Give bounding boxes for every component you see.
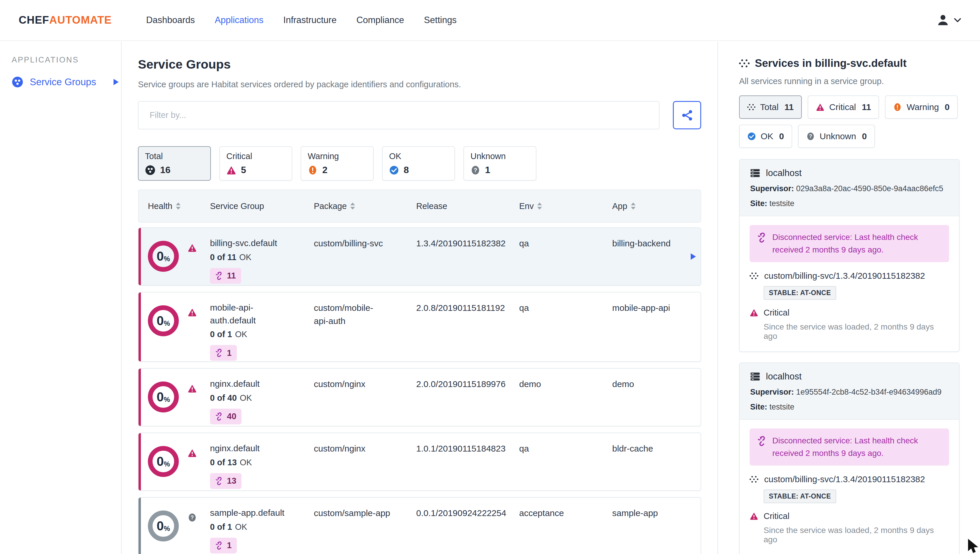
service-group-name: mobile-api-auth.default xyxy=(210,301,280,327)
chef-automate-logo[interactable]: CHEFAUTOMATE xyxy=(19,14,112,26)
panel-title: Services in billing-svc.default xyxy=(739,57,959,69)
env-cell: qa xyxy=(519,228,612,285)
nav-compliance[interactable]: Compliance xyxy=(356,15,404,26)
column-header-health[interactable]: Health xyxy=(138,201,210,211)
ok-count: 0 of 13OK xyxy=(210,458,314,467)
health-donut: 0% xyxy=(148,446,179,477)
user-icon xyxy=(936,13,950,27)
mouse-cursor xyxy=(967,539,980,554)
table-row[interactable]: 0% nginx.default 0 of 40OK 40 custom/ngi… xyxy=(138,368,701,426)
unknown-icon xyxy=(806,132,815,140)
ok-count: 0 of 1OK xyxy=(210,522,314,532)
total-icon xyxy=(747,104,756,111)
caret-right-icon[interactable] xyxy=(690,252,697,261)
release-cell: 2.0.0/20190115189976 xyxy=(416,369,519,426)
services-detail-panel: Services in billing-svc.default All serv… xyxy=(718,42,980,554)
ok-count: 0 of 40OK xyxy=(210,393,314,403)
package-cell: custom/billing-svc xyxy=(314,228,416,285)
chip-ok[interactable]: OK0 xyxy=(739,125,792,148)
sidebar-item-service-groups[interactable]: Service Groups xyxy=(12,76,121,88)
disconnected-badge: 1 xyxy=(210,538,237,553)
release-cell: 1.0.1/20190115184823 xyxy=(416,433,519,490)
service-package: custom/billing-svc/1.3.4/20190115182382 xyxy=(764,474,925,484)
status-card-warning[interactable]: Warning 2 xyxy=(301,146,374,181)
panel-subtitle: All services running in a service group. xyxy=(739,77,959,86)
ok-count: 0 of 11OK xyxy=(210,252,314,262)
disconnected-alert: Disconnected service: Last health check … xyxy=(749,225,949,262)
chip-unknown[interactable]: Unknown0 xyxy=(798,125,875,148)
caret-right-icon[interactable] xyxy=(113,78,119,86)
update-strategy-badge: STABLE: AT-ONCE xyxy=(764,286,836,300)
critical-icon xyxy=(749,512,758,520)
status-filter-cards: Total 16 Critical 5 Warning 2 OK 8 Unkno… xyxy=(138,146,701,181)
column-header-env[interactable]: Env xyxy=(519,201,612,211)
env-cell: qa xyxy=(519,433,612,490)
chip-critical[interactable]: Critical11 xyxy=(808,96,879,119)
sidebar-heading: APPLICATIONS xyxy=(12,56,121,64)
service-card-header: localhost Supervisor: 029a3a8a-20ac-4590… xyxy=(740,160,959,216)
filter-input[interactable] xyxy=(138,101,659,129)
service-card-body: Disconnected service: Last health check … xyxy=(740,216,959,351)
broken-link-icon xyxy=(215,349,223,357)
sort-icon[interactable] xyxy=(537,203,542,209)
unknown-icon xyxy=(471,165,480,175)
env-cell: acceptance xyxy=(519,498,612,554)
service-since-text: Since the service was loaded, 2 months 9… xyxy=(764,526,949,544)
nav-settings[interactable]: Settings xyxy=(424,15,457,26)
sort-icon[interactable] xyxy=(631,203,636,209)
column-header-service-group[interactable]: Service Group xyxy=(210,201,314,211)
site-line: Site: testsite xyxy=(750,199,948,208)
share-icon xyxy=(681,109,693,121)
status-card-ok[interactable]: OK 8 xyxy=(382,146,455,181)
disconnected-badge: 13 xyxy=(210,473,242,489)
status-card-critical[interactable]: Critical 5 xyxy=(220,146,292,181)
left-sidebar: APPLICATIONS Service Groups xyxy=(0,42,122,554)
table-row[interactable]: 0% nginx.default 0 of 13OK 13 custom/ngi… xyxy=(138,433,701,491)
service-group-rows: 0% billing-svc.default 0 of 11OK 11 cust… xyxy=(138,227,701,554)
nav-applications[interactable]: Applications xyxy=(215,15,263,26)
broken-link-icon xyxy=(757,436,767,446)
ok-icon xyxy=(747,132,756,140)
service-group-name: nginx.default xyxy=(210,377,306,390)
nav-infrastructure[interactable]: Infrastructure xyxy=(283,15,337,26)
host-row: localhost xyxy=(750,168,948,178)
service-groups-main: Service Groups Service groups are Habita… xyxy=(122,42,718,554)
column-header-app[interactable]: App xyxy=(612,201,701,211)
primary-nav: Dashboards Applications Infrastructure C… xyxy=(146,15,457,26)
broken-link-icon xyxy=(757,233,767,243)
chip-warning[interactable]: Warning0 xyxy=(885,96,958,119)
release-cell: 1.3.4/20190115182382 xyxy=(416,228,519,285)
env-cell: demo xyxy=(519,369,612,426)
app-cell: sample-app xyxy=(612,498,701,554)
column-header-release[interactable]: Release xyxy=(416,201,519,211)
disconnected-alert: Disconnected service: Last health check … xyxy=(749,428,949,466)
server-icon xyxy=(750,168,760,178)
table-row[interactable]: 0% mobile-api-auth.default 0 of 1OK 1 cu… xyxy=(138,292,701,362)
critical-icon xyxy=(188,448,197,458)
table-header: Health Service Group Package Release Env… xyxy=(138,190,701,223)
health-donut: 0% xyxy=(148,305,179,336)
nav-dashboards[interactable]: Dashboards xyxy=(146,15,195,26)
user-menu[interactable] xyxy=(936,13,961,27)
host-name: localhost xyxy=(766,168,802,178)
warning-icon xyxy=(308,165,318,175)
ok-count: 0 of 1OK xyxy=(210,329,314,339)
broken-link-icon xyxy=(215,541,223,550)
status-card-total[interactable]: Total 16 xyxy=(138,146,211,181)
sort-icon[interactable] xyxy=(176,203,181,209)
chip-total[interactable]: Total11 xyxy=(739,96,802,119)
sort-icon[interactable] xyxy=(350,203,355,209)
service-groups-icon xyxy=(12,76,23,88)
table-row[interactable]: 0% sample-app.default 0 of 1OK 1 custom/… xyxy=(138,497,701,554)
column-header-package[interactable]: Package xyxy=(314,201,416,211)
warning-icon xyxy=(893,103,902,112)
env-cell: qa xyxy=(519,292,612,361)
service-card-header: localhost Supervisor: 1e95554f-2cb8-4c52… xyxy=(740,363,959,420)
status-card-unknown[interactable]: Unknown 1 xyxy=(463,146,536,181)
share-button[interactable] xyxy=(673,101,701,129)
broken-link-icon xyxy=(215,477,223,485)
table-row[interactable]: 0% billing-svc.default 0 of 11OK 11 cust… xyxy=(138,227,701,286)
release-cell: 0.0.1/20190924222254 xyxy=(416,498,519,554)
site-line: Site: testsite xyxy=(750,402,948,412)
critical-icon xyxy=(749,308,758,317)
